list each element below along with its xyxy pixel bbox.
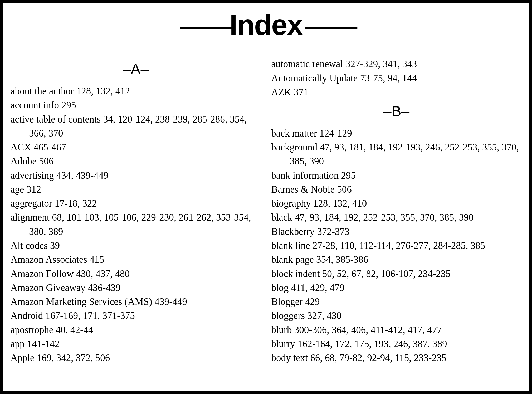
- index-pages: 430, 437, 480: [76, 268, 130, 279]
- index-entry: about the author 128, 132, 412: [11, 84, 261, 98]
- index-entry: Barnes & Noble 506: [271, 182, 522, 196]
- index-entry: account info 295: [11, 98, 261, 112]
- index-entry: blog 411, 429, 479: [271, 281, 522, 295]
- index-entry: blurb 300-306, 364, 406, 411-412, 417, 4…: [271, 323, 522, 337]
- index-entry: advertising 434, 439-449: [11, 168, 261, 182]
- index-pages: 39: [50, 240, 60, 251]
- index-entry: blank page 354, 385-386: [271, 252, 522, 266]
- index-pages: 124-129: [319, 128, 352, 139]
- index-entry: AZK 371: [271, 85, 522, 99]
- index-entry: aggregator 17-18, 322: [11, 196, 261, 210]
- index-pages: 506: [337, 184, 352, 195]
- index-term: app: [11, 338, 25, 349]
- index-pages: 47, 93, 184, 192, 252-253, 355, 370, 385…: [295, 212, 474, 223]
- index-entry: Amazon Associates 415: [11, 252, 261, 266]
- index-entry: biography 128, 132, 410: [271, 196, 522, 210]
- index-pages: 434, 439-449: [56, 170, 108, 181]
- index-entry: back matter 124-129: [271, 126, 522, 140]
- index-term: biography: [271, 198, 311, 209]
- index-term: age: [11, 184, 24, 195]
- index-term: blurry: [271, 338, 295, 349]
- index-pages: 312: [27, 184, 41, 195]
- index-term: advertising: [11, 170, 54, 181]
- index-pages: 429: [305, 296, 320, 307]
- index-term: active table of contents: [11, 114, 101, 125]
- index-pages: 17-18, 322: [55, 198, 97, 209]
- index-pages: 167-169, 171, 371-375: [46, 310, 135, 321]
- index-pages: 73-75, 94, 144: [360, 73, 417, 84]
- index-entry: app 141-142: [11, 337, 261, 351]
- index-entry: Adobe 506: [11, 154, 261, 168]
- index-term: Alt codes: [11, 240, 48, 251]
- index-term: AZK: [271, 87, 291, 98]
- page-title: ——Index——: [11, 8, 521, 44]
- index-pages: 295: [61, 100, 76, 110]
- index-term: alignment: [11, 212, 50, 223]
- index-pages: 128, 132, 412: [76, 86, 130, 96]
- index-entry: bank information 295: [271, 168, 522, 182]
- index-entry: Amazon Giveaway 436-439: [11, 281, 261, 295]
- index-entry: automatic renewal 327-329, 341, 343: [271, 57, 522, 71]
- index-term: black: [271, 212, 292, 223]
- index-pages: 327, 430: [307, 310, 341, 321]
- index-entry: active table of contents 34, 120-124, 23…: [11, 112, 261, 140]
- index-term: Android: [11, 310, 43, 321]
- index-term: apostrophe: [11, 324, 53, 335]
- index-term: aggregator: [11, 198, 52, 209]
- section-heading-a: –A–: [11, 59, 261, 80]
- index-term: about the author: [11, 86, 74, 96]
- index-pages: 141-142: [27, 338, 60, 349]
- index-pages: 327-329, 341, 343: [345, 59, 417, 69]
- index-pages: 169, 342, 372, 506: [37, 352, 110, 363]
- index-term: block indent: [271, 268, 320, 279]
- index-page: ——Index—— –A–about the author 128, 132, …: [0, 0, 532, 394]
- index-pages: 300-306, 364, 406, 411-412, 417, 477: [294, 324, 442, 335]
- index-term: background: [271, 142, 318, 153]
- index-pages: 40, 42-44: [56, 324, 93, 335]
- index-entry: apostrophe 40, 42-44: [11, 323, 261, 337]
- index-entry: alignment 68, 101-103, 105-106, 229-230,…: [11, 210, 261, 239]
- em-dash-icon: ——: [305, 8, 352, 42]
- index-term: Barnes & Noble: [271, 184, 335, 195]
- index-pages: 27-28, 110, 112-114, 276-277, 284-285, 3…: [313, 240, 485, 251]
- index-pages: 436-439: [88, 282, 120, 293]
- index-entry: Android 167-169, 171, 371-375: [11, 309, 261, 323]
- index-term: blog: [271, 282, 289, 293]
- index-term: Automatically Update: [271, 73, 358, 84]
- index-term: Blogger: [271, 296, 303, 307]
- index-entry: blank line 27-28, 110, 112-114, 276-277,…: [271, 239, 522, 252]
- index-term: Adobe: [11, 156, 37, 167]
- em-dash-icon: ——: [180, 8, 227, 42]
- index-term: bloggers: [271, 310, 305, 321]
- index-term: Amazon Giveaway: [11, 282, 86, 293]
- index-entry: black 47, 93, 184, 192, 252-253, 355, 37…: [271, 210, 522, 224]
- index-term: bank information: [271, 170, 339, 181]
- index-term: body text: [271, 352, 308, 363]
- index-pages: 47, 93, 181, 184, 192-193, 246, 252-253,…: [290, 142, 519, 167]
- index-column-right: automatic renewal 327-329, 341, 343Autom…: [271, 57, 522, 365]
- index-entry: Blogger 429: [271, 295, 522, 309]
- index-pages: 411, 429, 479: [291, 282, 344, 293]
- index-entry: bloggers 327, 430: [271, 309, 522, 323]
- index-term: Apple: [11, 352, 34, 363]
- index-term: back matter: [271, 128, 317, 139]
- index-term: blurb: [271, 324, 292, 335]
- index-term: account info: [11, 100, 59, 110]
- index-pages: 439-449: [155, 296, 187, 307]
- index-pages: 354, 385-386: [316, 254, 368, 265]
- index-term: automatic renewal: [271, 59, 343, 69]
- index-term: Amazon Associates: [11, 254, 87, 265]
- index-pages: 415: [90, 254, 104, 265]
- index-entry: block indent 50, 52, 67, 82, 106-107, 23…: [271, 267, 522, 281]
- index-term: blank page: [271, 254, 314, 265]
- index-entry: blurry 162-164, 172, 175, 193, 246, 387,…: [271, 337, 522, 351]
- index-pages: 68, 101-103, 105-106, 229-230, 261-262, …: [29, 212, 251, 237]
- index-pages: 66, 68, 79-82, 92-94, 115, 233-235: [310, 352, 446, 363]
- index-entry: Automatically Update 73-75, 94, 144: [271, 71, 522, 85]
- title-text: Index: [230, 8, 302, 41]
- section-heading-b: –B–: [271, 101, 522, 122]
- index-entry: background 47, 93, 181, 184, 192-193, 24…: [271, 140, 522, 168]
- index-pages: 162-164, 172, 175, 193, 246, 387, 389: [297, 338, 447, 349]
- index-entry: Apple 169, 342, 372, 506: [11, 351, 261, 365]
- index-entry: Amazon Marketing Services (AMS) 439-449: [11, 295, 261, 309]
